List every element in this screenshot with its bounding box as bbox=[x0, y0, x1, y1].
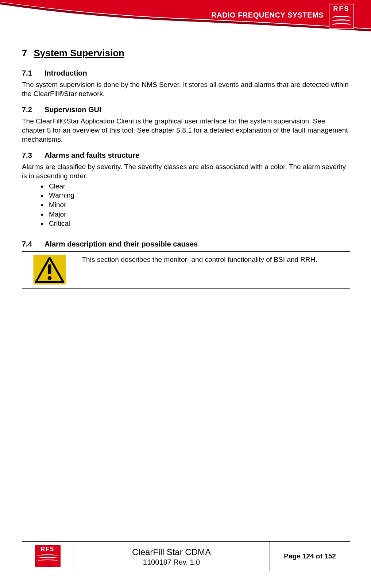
warning-icon bbox=[33, 255, 66, 285]
paragraph: Alarms are classified by severity. The s… bbox=[22, 163, 350, 180]
list-item: Minor bbox=[47, 200, 350, 210]
page-footer: RFS ClearFill Star CDMA 1100187 Rev. 1.0… bbox=[22, 541, 350, 571]
list-item: Warning bbox=[47, 191, 350, 200]
heading-2-title: Alarms and faults structure bbox=[45, 151, 139, 160]
footer-subtitle: 1100187 Rev. 1.0 bbox=[76, 558, 267, 566]
header-logo: RFS bbox=[329, 4, 354, 29]
company-name: RADIO FREQUENCY SYSTEMS bbox=[211, 11, 324, 19]
note-box: This section describes the monitor- and … bbox=[22, 251, 350, 289]
heading-2: 7.3 Alarms and faults structure bbox=[22, 151, 350, 160]
content-area: 7 System Supervision 7.1 Introduction Th… bbox=[22, 47, 350, 296]
section-7-3: 7.3 Alarms and faults structure Alarms a… bbox=[22, 151, 350, 228]
list-item: Critical bbox=[47, 219, 350, 228]
footer-logo: RFS bbox=[35, 545, 61, 567]
list-item: Clear bbox=[47, 182, 350, 191]
section-7-1: 7.1 Introduction The system supervision … bbox=[22, 69, 350, 98]
section-7-4: 7.4 Alarm description and their possible… bbox=[22, 240, 350, 289]
heading-2-number: 7.2 bbox=[22, 106, 38, 114]
footer-logo-waves-icon bbox=[35, 553, 61, 563]
page: RADIO FREQUENCY SYSTEMS RFS 7 System Sup… bbox=[0, 0, 371, 588]
page-number: Page 124 of 152 bbox=[284, 552, 336, 560]
heading-2: 7.2 Supervision GUI bbox=[22, 106, 350, 114]
header-logo-text: RFS bbox=[329, 4, 353, 13]
footer-logo-text: RFS bbox=[35, 545, 61, 553]
section-7-2: 7.2 Supervision GUI The ClearFill®Star A… bbox=[22, 106, 350, 144]
heading-2-number: 7.3 bbox=[22, 151, 38, 160]
severity-list: Clear Warning Minor Major Critical bbox=[47, 182, 350, 228]
paragraph: The ClearFill®Star Application Client is… bbox=[22, 117, 350, 144]
heading-1: 7 System Supervision bbox=[22, 47, 350, 59]
svg-rect-2 bbox=[48, 264, 51, 274]
svg-point-3 bbox=[47, 276, 51, 280]
heading-2-title: Alarm description and their possible cau… bbox=[45, 240, 198, 248]
footer-title: ClearFill Star CDMA bbox=[76, 546, 267, 558]
heading-1-number: 7 bbox=[22, 47, 27, 59]
heading-1-title: System Supervision bbox=[34, 47, 124, 59]
heading-2-title: Introduction bbox=[45, 69, 87, 77]
header-logo-waves-icon bbox=[329, 13, 353, 27]
heading-2: 7.4 Alarm description and their possible… bbox=[22, 240, 350, 248]
list-item: Major bbox=[47, 210, 350, 219]
heading-2: 7.1 Introduction bbox=[22, 69, 350, 77]
heading-2-number: 7.1 bbox=[22, 69, 38, 77]
heading-2-title: Supervision GUI bbox=[45, 106, 101, 114]
heading-2-number: 7.4 bbox=[22, 240, 38, 248]
paragraph: The system supervision is done by the NM… bbox=[22, 80, 350, 98]
note-text: This section describes the monitor- and … bbox=[82, 255, 345, 264]
page-header: RADIO FREQUENCY SYSTEMS RFS bbox=[0, 0, 371, 37]
